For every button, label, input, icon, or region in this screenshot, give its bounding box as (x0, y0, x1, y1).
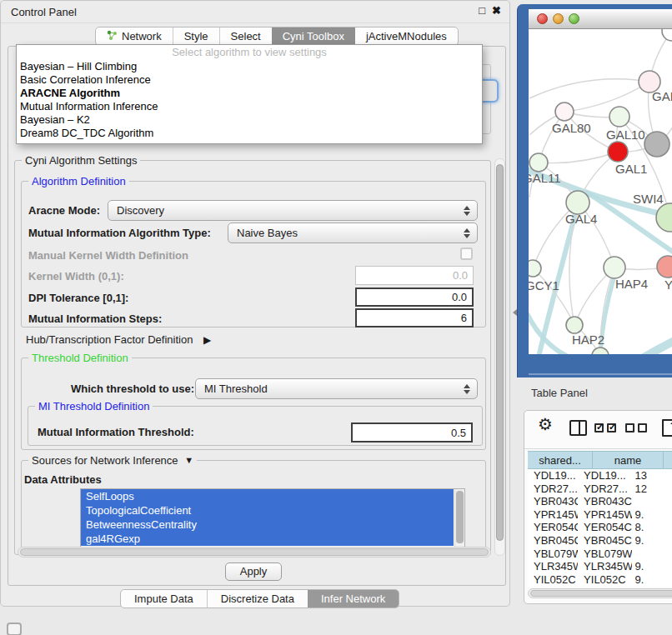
algorithm-option[interactable]: Mutual Information Inference (17, 100, 482, 113)
network-edge[interactable] (564, 82, 649, 112)
column-header-name[interactable]: name (593, 451, 664, 469)
table-cell: YIL052C (578, 573, 632, 587)
network-canvas[interactable]: GALGAL80GAL10GAL1GAL11SWI4GAL4GCY1HAP4YH… (529, 29, 672, 354)
data-attribute-item[interactable]: SelfLoops (81, 489, 454, 503)
data-attribute-item[interactable]: gal4RGexp (81, 532, 454, 546)
hub-definition-expander[interactable]: Hub/Transcription Factor Definition ▶ (26, 333, 211, 346)
new-table-icon[interactable] (662, 419, 672, 437)
tab-impute-data[interactable]: Impute Data (121, 590, 207, 608)
table-cell: YPR145W (578, 508, 632, 522)
cyni-algorithm-settings-title: Cyni Algorithm Settings (22, 154, 140, 167)
aracne-mode-combobox[interactable]: Discovery (108, 200, 478, 221)
network-graph[interactable]: GALGAL80GAL10GAL1GAL11SWI4GAL4GCY1HAP4YH… (529, 29, 672, 354)
network-node-gal1[interactable] (608, 142, 628, 162)
tab-style[interactable]: Style (173, 28, 219, 45)
table-row[interactable]: YDL19...YDL19...13 (528, 469, 672, 482)
float-window-icon[interactable]: □ (479, 4, 485, 17)
network-node-swi4[interactable] (656, 203, 672, 232)
network-edge-thick[interactable] (639, 342, 672, 354)
table-row[interactable]: YLR345WYLR345W9. (528, 560, 672, 573)
network-edge[interactable] (529, 79, 649, 98)
settings-horizontal-scrollbar[interactable] (18, 547, 491, 558)
network-node-label: GAL (652, 89, 672, 103)
table-cell: YLR345W (578, 560, 632, 573)
table-cell (632, 495, 672, 508)
split-columns-icon[interactable] (569, 420, 587, 436)
sources-title: Sources for Network Inference (32, 454, 178, 467)
algorithm-option[interactable]: Bayesian – K2 (17, 113, 482, 127)
gear-icon[interactable]: ⚙ (538, 414, 553, 434)
network-node[interactable] (592, 348, 609, 354)
sources-title-expander[interactable]: Sources for Network Inference ▼ (28, 454, 197, 467)
close-window-icon[interactable]: ✖ (492, 4, 501, 17)
algorithm-option[interactable]: ARACNE Algorithm (17, 87, 482, 100)
algorithm-option[interactable]: Basic Correlation Inference (17, 73, 482, 87)
network-node-label: GAL11 (529, 171, 561, 185)
algorithm-option[interactable]: Dream8 DC_TDC Algorithm (17, 127, 482, 140)
mi-threshold-label: Mutual Information Threshold: (38, 426, 194, 438)
close-window-button[interactable] (537, 13, 548, 24)
table-header: shared... name A (528, 451, 672, 469)
data-attributes-list[interactable]: SelfLoopsTopologicalCoefficientBetweenne… (80, 488, 465, 548)
scrollbar-thumb[interactable] (456, 491, 464, 543)
dpi-tolerance-label: DPI Tolerance [0,1]: (28, 292, 128, 304)
dpi-tolerance-field[interactable]: 0.0 (355, 288, 474, 307)
scrollbar-thumb[interactable] (20, 548, 489, 556)
docked-panel-icon[interactable] (7, 622, 22, 635)
table-cell: 9. (632, 573, 672, 587)
select-all-columns-icon[interactable]: ✓✓ (594, 423, 616, 432)
column-header-partial[interactable]: A (664, 451, 672, 469)
table-cell: YBR043C (578, 495, 632, 508)
tab-network[interactable]: Network (96, 28, 173, 45)
column-header-shared-name[interactable]: shared... (528, 451, 593, 469)
scrollbar-thumb[interactable] (530, 590, 672, 597)
table-row[interactable]: YBR043CYBR043C (528, 495, 672, 508)
network-node-label: HAP2 (572, 332, 604, 347)
apply-button[interactable]: Apply (225, 562, 282, 581)
network-node-label: HAP4 (615, 277, 648, 291)
settings-vertical-scrollbar[interactable] (494, 158, 505, 556)
table-row[interactable]: YPR145WYPR145W9. (528, 508, 672, 522)
data-attributes-label: Data Attributes (24, 473, 102, 486)
which-threshold-combobox[interactable]: MI Threshold (195, 378, 478, 399)
table-row[interactable]: YBR045CYBR045C9. (528, 534, 672, 548)
network-node[interactable] (644, 132, 669, 157)
table-cell: YDR27... (578, 482, 632, 496)
network-node-y[interactable] (657, 256, 672, 278)
tab-cyni-toolbox[interactable]: Cyni Toolbox (272, 28, 355, 45)
kernel-width-label: Kernel Width (0,1): (28, 270, 124, 282)
tab-discretize-data[interactable]: Discretize Data (207, 590, 308, 608)
scrollbar-thumb[interactable] (496, 164, 504, 541)
network-node-gal4[interactable] (566, 191, 589, 214)
table-cell: YDL19... (528, 469, 578, 482)
manual-kernel-checkbox[interactable] (460, 248, 473, 260)
network-node-gal80[interactable] (555, 102, 574, 121)
table-row[interactable]: YBL079WYBL079W (528, 548, 672, 561)
tab-select[interactable]: Select (219, 28, 272, 45)
table-row[interactable]: YIL052CYIL052C9. (528, 573, 672, 587)
table-row[interactable]: YDR27...YDR27...12 (528, 482, 672, 496)
data-attribute-item[interactable]: BetweennessCentrality (81, 518, 454, 532)
data-attribute-item[interactable]: TopologicalCoefficient (81, 503, 454, 518)
algorithm-option[interactable]: Bayesian – Hill Climbing (17, 60, 482, 73)
network-node[interactable] (662, 29, 672, 41)
deselect-all-columns-icon[interactable] (625, 423, 647, 432)
network-node-gcy1[interactable] (529, 260, 541, 277)
mi-threshold-field[interactable]: 0.5 (351, 422, 473, 442)
network-node-gal10[interactable] (609, 107, 629, 127)
network-node-gal11[interactable] (529, 153, 548, 172)
table-horizontal-scrollbar[interactable] (528, 588, 672, 598)
table-row[interactable]: YER054CYER054C8. (528, 521, 672, 534)
network-window-titlebar[interactable] (529, 9, 672, 29)
minimize-window-button[interactable] (553, 13, 564, 24)
table-toolbar: ⚙ ✓✓ (524, 411, 672, 449)
tab-jactivemnodules[interactable]: jActiveMNodules (355, 28, 458, 45)
mi-steps-field[interactable]: 6 (355, 308, 474, 328)
network-node-hap4[interactable] (604, 257, 625, 278)
control-panel-titlebar: Control Panel □ ✖ (1, 1, 509, 23)
attributes-list-scrollbar[interactable] (454, 489, 464, 547)
tab-infer-network[interactable]: Infer Network (308, 590, 399, 608)
network-node-hap2[interactable] (566, 317, 583, 333)
zoom-window-button[interactable] (569, 13, 579, 24)
mi-algorithm-type-combobox[interactable]: Naive Bayes (228, 222, 478, 243)
